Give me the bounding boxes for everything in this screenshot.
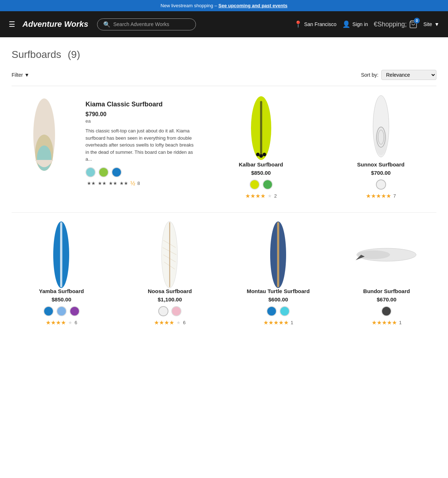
site-header: ☰ Adventure Works 🔍 📍 San Francisco 👤 Si…	[0, 11, 448, 37]
yamba-board-image	[51, 226, 71, 284]
cart-button[interactable]: €Shopping; 0	[374, 20, 418, 29]
yamba-review-count: 6	[75, 320, 77, 325]
bundor-rating: ★★★★★ 1	[372, 319, 402, 326]
featured-product-row: Kiama Classic Surfboard $790.00 ea This …	[12, 95, 436, 204]
noosa-swatch-white[interactable]	[158, 306, 168, 316]
noosa-product-card[interactable]: Noosa Surfboard $1,100.00 ★★★★★ 6	[120, 221, 219, 330]
noosa-board-svg	[160, 219, 180, 291]
search-bar[interactable]: 🔍	[97, 18, 196, 30]
bundor-swatches	[381, 306, 392, 316]
svg-point-15	[60, 224, 63, 285]
noosa-name: Noosa Surfboard	[148, 288, 192, 294]
sunnox-price: $700.00	[371, 170, 390, 176]
promo-banner: New livestream shopping – See upcoming a…	[0, 0, 448, 11]
site-switcher[interactable]: Site ▼	[423, 21, 439, 27]
menu-icon[interactable]: ☰	[9, 20, 15, 29]
kalbar-board-svg	[248, 94, 274, 162]
featured-product-name[interactable]: Kiama Classic Surfboard	[85, 101, 197, 108]
sunnox-swatches	[376, 179, 386, 190]
bundor-board-svg	[354, 240, 419, 269]
bundor-review-count: 1	[399, 320, 402, 325]
cart-icon: €Shopping;	[374, 21, 407, 28]
star-1: ★	[87, 181, 96, 186]
montau-board-image	[268, 226, 288, 284]
search-input[interactable]	[113, 21, 190, 27]
search-icon: 🔍	[103, 21, 110, 28]
yamba-rating: ★★★★★ 6	[46, 319, 77, 326]
star-2: ★	[98, 181, 106, 186]
product-count: (9)	[68, 49, 80, 60]
kalbar-product-card[interactable]: Kalbar Surfboard $850.00 ★★★★★ 2	[205, 95, 317, 204]
color-swatch-blue[interactable]	[112, 167, 122, 177]
yamba-swatches	[43, 306, 80, 316]
yamba-price: $850.00	[52, 296, 71, 303]
yamba-swatch-lightblue[interactable]	[56, 306, 67, 316]
main-content: Surfboards (9) Filter ▼ Sort by: Relevan…	[0, 37, 448, 339]
sunnox-board-image	[370, 99, 392, 157]
location-label: San Francisco	[304, 21, 336, 27]
montau-rating: ★★★★★ 1	[263, 319, 293, 326]
color-swatch-teal[interactable]	[85, 167, 96, 177]
bundor-name: Bundor Surfboard	[363, 288, 410, 294]
star-3: ★	[109, 181, 117, 186]
svg-rect-23	[277, 222, 279, 287]
noosa-swatch-pink[interactable]	[171, 306, 181, 316]
montau-price: $600.00	[268, 296, 288, 303]
featured-product-unit: ea	[85, 118, 197, 124]
featured-product-image[interactable]	[12, 95, 77, 174]
sort-select[interactable]: Relevance Price: Low to High Price: High…	[381, 70, 436, 80]
bundor-swatch-dark[interactable]	[381, 306, 392, 316]
sign-in-button[interactable]: 👤 Sign in	[342, 20, 368, 28]
banner-text: New livestream shopping –	[160, 3, 218, 8]
yamba-product-card[interactable]: Yamba Surfboard $850.00 ★★★★★ 6	[12, 221, 111, 330]
yamba-swatch-purple[interactable]	[70, 306, 80, 316]
filter-button[interactable]: Filter ▼	[12, 72, 29, 78]
banner-link[interactable]: See upcoming and past events	[218, 3, 288, 8]
noosa-rating: ★★★★★ 6	[154, 319, 185, 326]
sunnox-rating: ★★★★★ 7	[366, 193, 396, 199]
svg-point-6	[256, 153, 260, 156]
montau-board-svg	[268, 219, 288, 291]
user-icon: 👤	[342, 20, 350, 28]
kalbar-swatch-yellow[interactable]	[250, 179, 260, 190]
chevron-down-icon: ▼	[434, 21, 439, 27]
bundor-product-card[interactable]: Bundor Surfboard $670.00 ★★★★★ 1	[337, 221, 436, 330]
montau-product-card[interactable]: Montau Turtle Surfboard $600.00 ★★★★★ 1	[229, 221, 328, 330]
svg-rect-17	[169, 222, 170, 287]
sunnox-product-card[interactable]: Sunnox Surfboard $700.00 ★★★★★ 7	[325, 95, 436, 204]
montau-swatch-cyan[interactable]	[280, 306, 290, 316]
star-4: ★	[120, 181, 128, 186]
montau-name: Montau Turtle Surfboard	[247, 288, 310, 294]
yamba-name: Yamba Surfboard	[39, 288, 84, 294]
bundor-board-image	[354, 226, 419, 284]
site-logo[interactable]: Adventure Works	[22, 20, 88, 29]
montau-swatch-blue[interactable]	[267, 306, 277, 316]
cart-badge: 0	[414, 18, 420, 24]
sunnox-review-count: 7	[393, 193, 396, 199]
sort-label: Sort by:	[361, 72, 378, 78]
montau-swatches	[267, 306, 290, 316]
noosa-price: $1,100.00	[158, 296, 182, 303]
montau-review-count: 1	[291, 320, 293, 325]
site-label: Site	[423, 21, 432, 27]
noosa-swatches	[158, 306, 181, 316]
location-icon: 📍	[294, 20, 302, 28]
featured-product-info: Kiama Classic Surfboard $790.00 ea This …	[85, 95, 197, 187]
kalbar-rating: ★★★★★ 2	[245, 193, 277, 199]
yamba-swatch-blue[interactable]	[43, 306, 54, 316]
location-selector[interactable]: 📍 San Francisco	[294, 20, 336, 28]
sunnox-name: Sunnox Surfboard	[357, 161, 405, 168]
svg-rect-5	[260, 101, 262, 155]
filter-sort-bar: Filter ▼ Sort by: Relevance Price: Low t…	[12, 64, 436, 86]
kalbar-review-count: 2	[274, 193, 277, 199]
yamba-board-svg	[51, 219, 71, 291]
sign-in-label: Sign in	[352, 21, 368, 27]
kalbar-name: Kalbar Surfboard	[239, 161, 283, 168]
color-swatch-green[interactable]	[99, 167, 109, 177]
svg-point-8	[263, 153, 266, 156]
sunnox-swatch-white[interactable]	[376, 179, 386, 190]
kalbar-swatch-green[interactable]	[263, 179, 273, 190]
bundor-price: $670.00	[377, 296, 396, 303]
page-title: Surfboards (9)	[12, 46, 436, 61]
products-section-1: Kiama Classic Surfboard $790.00 ea This …	[12, 86, 436, 213]
